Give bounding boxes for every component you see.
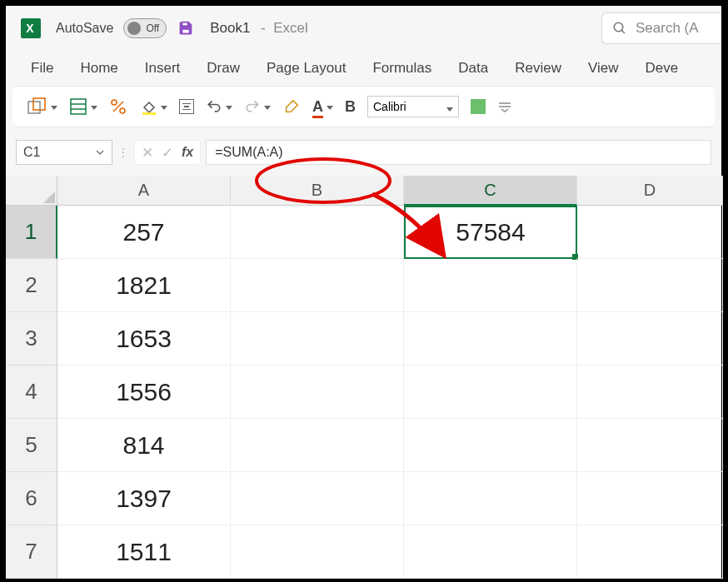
tab-home[interactable]: Home: [78, 57, 119, 80]
chevron-down-icon: [51, 106, 57, 110]
cell-B3[interactable]: [231, 312, 404, 366]
fill-color-swatch[interactable]: [471, 99, 486, 114]
cell-B2[interactable]: [231, 259, 404, 312]
autosave-toggle[interactable]: Off: [123, 18, 167, 38]
autosave-label: AutoSave: [56, 21, 113, 36]
tab-draw[interactable]: Draw: [205, 57, 242, 80]
cell-A2[interactable]: 1821: [57, 259, 231, 312]
font-name-label: Calibri: [373, 100, 406, 113]
row-header-4[interactable]: 4: [6, 366, 57, 419]
format-painter-button[interactable]: [282, 97, 301, 116]
cell-D1[interactable]: [577, 206, 723, 259]
cell-B5[interactable]: [231, 419, 404, 472]
table-format-button[interactable]: [69, 97, 97, 116]
color-swatch-icon: [471, 99, 486, 114]
row-header-1[interactable]: 1: [6, 206, 57, 259]
font-color-button[interactable]: A: [312, 98, 333, 116]
cell-A5[interactable]: 814: [57, 419, 231, 472]
chevron-down-icon: [327, 106, 333, 110]
column-header-C[interactable]: C: [404, 176, 577, 206]
row-header-7[interactable]: 7: [6, 525, 57, 579]
cell-A6[interactable]: 1397: [57, 472, 231, 525]
cell-C6[interactable]: [404, 472, 577, 525]
insert-function-button[interactable]: fx: [182, 145, 193, 160]
formula-input[interactable]: =SUM(A:A): [206, 140, 711, 165]
cell-B1[interactable]: [231, 206, 404, 259]
align-center-button[interactable]: [179, 99, 194, 114]
search-placeholder: Search (A: [636, 20, 699, 37]
cell-C4[interactable]: [404, 366, 577, 419]
cell-C5[interactable]: [404, 419, 577, 472]
redo-icon: [244, 98, 261, 115]
cell-C2[interactable]: [404, 259, 577, 312]
chevron-down-icon: [161, 106, 167, 110]
cell-D7[interactable]: [577, 525, 723, 579]
tab-view[interactable]: View: [586, 57, 621, 80]
accept-formula-button[interactable]: ✓: [162, 144, 173, 162]
chevron-down-icon: [264, 106, 271, 110]
search-field[interactable]: Search (A: [601, 12, 721, 44]
column-header-D[interactable]: D: [577, 176, 723, 206]
cell-A1[interactable]: 257: [57, 206, 231, 259]
undo-button[interactable]: [206, 98, 232, 115]
cell-B4[interactable]: [231, 366, 404, 419]
addins-button[interactable]: [27, 97, 57, 116]
cancel-formula-button[interactable]: ✕: [142, 144, 153, 162]
fill-color-button[interactable]: [139, 97, 167, 116]
tab-formulas[interactable]: Formulas: [371, 57, 433, 80]
svg-line-11: [113, 102, 123, 112]
svg-point-2: [614, 22, 623, 32]
select-all-corner[interactable]: [6, 176, 57, 206]
undo-icon: [206, 98, 222, 115]
svg-rect-6: [71, 99, 86, 114]
svg-rect-12: [142, 112, 156, 115]
bold-button[interactable]: B: [345, 98, 356, 116]
chevron-down-icon: [95, 147, 105, 157]
cell-D3[interactable]: [577, 312, 723, 366]
chevron-down-icon: [91, 106, 97, 110]
cell-C1[interactable]: 57584: [404, 206, 577, 259]
row-header-5[interactable]: 5: [6, 419, 57, 472]
row-header-2[interactable]: 2: [6, 259, 57, 312]
name-box-value: C1: [23, 145, 40, 160]
cell-C3[interactable]: [404, 312, 577, 366]
cell-D4[interactable]: [577, 366, 723, 419]
cell-A7[interactable]: 1511: [57, 525, 231, 579]
svg-point-10: [120, 108, 125, 113]
column-header-A[interactable]: A: [57, 176, 231, 206]
tab-review[interactable]: Review: [513, 57, 563, 80]
tab-file[interactable]: File: [29, 57, 55, 80]
cell-D2[interactable]: [577, 259, 723, 312]
cell-B7[interactable]: [231, 525, 404, 579]
align-center-icon: [179, 99, 194, 114]
cell-D6[interactable]: [577, 472, 723, 525]
row-header-6[interactable]: 6: [6, 472, 57, 525]
tab-page-layout[interactable]: Page Layout: [265, 57, 347, 80]
percent-format-button[interactable]: [109, 97, 127, 116]
cell-A3[interactable]: 1653: [57, 312, 231, 366]
more-options-button[interactable]: [497, 101, 512, 112]
tab-data[interactable]: Data: [456, 57, 490, 80]
row-header-3[interactable]: 3: [6, 312, 57, 366]
paintbrush-icon: [282, 97, 301, 116]
search-icon: [612, 21, 627, 36]
toggle-knob-icon: [127, 22, 141, 35]
cell-B6[interactable]: [231, 472, 404, 525]
svg-point-9: [112, 100, 117, 105]
cell-A4[interactable]: 1556: [57, 366, 231, 419]
excel-app-icon: X: [21, 18, 41, 38]
save-icon[interactable]: [177, 19, 195, 37]
svg-line-3: [621, 30, 625, 33]
document-name[interactable]: Book1: [210, 20, 250, 37]
svg-rect-5: [33, 98, 45, 110]
tab-insert[interactable]: Insert: [143, 57, 182, 80]
tab-deve[interactable]: Deve: [644, 57, 681, 80]
column-header-B[interactable]: B: [231, 176, 404, 206]
font-select[interactable]: Calibri: [367, 96, 459, 117]
chevron-down-icon: [446, 107, 453, 112]
chevron-down-icon: [226, 106, 232, 110]
cell-C7[interactable]: [404, 525, 577, 579]
cell-D5[interactable]: [577, 419, 723, 472]
redo-button[interactable]: [244, 98, 271, 115]
name-box[interactable]: C1: [16, 140, 112, 165]
